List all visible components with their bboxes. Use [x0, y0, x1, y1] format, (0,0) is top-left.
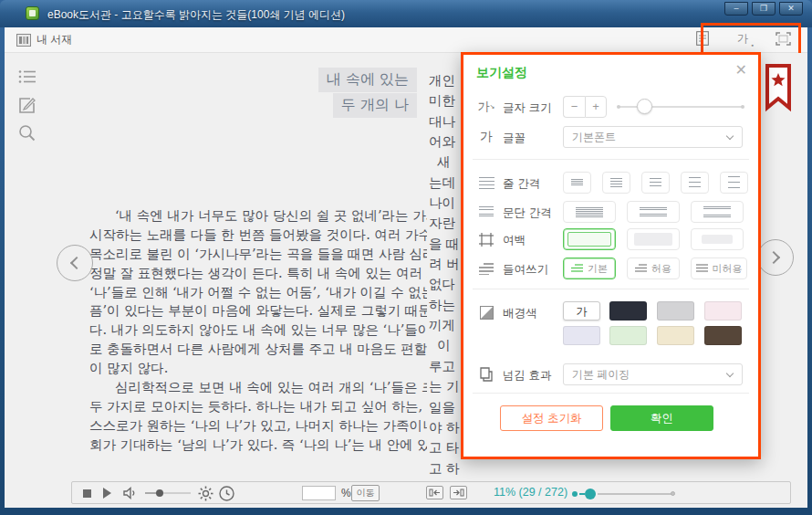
bg-swatch-brown[interactable]: [704, 326, 742, 345]
progress-marker-dot: [572, 491, 578, 497]
volume-slider[interactable]: [145, 492, 191, 494]
page-effect-value: 기본 페이징: [572, 368, 630, 381]
margin-row: 여백: [463, 228, 758, 252]
progress-track[interactable]: [598, 493, 672, 495]
toc-icon[interactable]: [18, 69, 38, 89]
line-spacing-icon: [477, 173, 495, 192]
bg-swatch-white[interactable]: 가: [563, 301, 600, 321]
line-spacing-option-4[interactable]: [681, 172, 709, 194]
my-library-button[interactable]: 내 서재: [16, 32, 72, 47]
volume-icon[interactable]: [123, 487, 138, 503]
bg-swatch-dark[interactable]: [609, 301, 647, 321]
panel-close-icon[interactable]: ✕: [735, 61, 747, 79]
line-spacing-option-5[interactable]: [720, 172, 748, 194]
bg-swatch-green[interactable]: [609, 326, 647, 345]
paragraph-spacing-icon: [477, 203, 495, 221]
page-effect-dropdown[interactable]: 기본 페이징: [563, 363, 743, 385]
margin-label: 여백: [503, 233, 526, 248]
background-color-label: 배경색: [503, 306, 537, 321]
page-effect-row: 넘김 효과 기본 페이징: [463, 363, 758, 387]
margin-option-3[interactable]: [691, 228, 744, 250]
percent-sign: %: [341, 487, 351, 499]
note-icon[interactable]: [18, 97, 38, 117]
slider-start-dot: [617, 105, 620, 109]
font-family-value: 기본폰트: [572, 131, 616, 143]
book-text-line: 스스로가 원하는 ‘나의 나’가 있고, 나머지 하나는 가족이나 사: [89, 416, 427, 436]
window-title: eBook도서관 - 고요할수록 밝아지는 것들(100쇄 기념 에디션): [47, 7, 345, 23]
font-family-label: 글꼴: [503, 131, 526, 146]
panel-title: 보기설정: [476, 65, 527, 81]
book-text-fragment: 고 하: [429, 458, 469, 478]
font-settings-icon[interactable]: 가▪: [734, 30, 751, 47]
margin-option-1-selected[interactable]: [563, 228, 616, 250]
bg-swatch-gray[interactable]: [657, 301, 694, 321]
page-effect-icon: [477, 365, 495, 384]
library-icon: [16, 34, 31, 47]
jump-to-start-button[interactable]: [426, 486, 443, 499]
indent-option-disallow[interactable]: 미허용: [691, 258, 747, 279]
indent-option-allow[interactable]: 허용: [627, 258, 680, 279]
play-button[interactable]: [103, 488, 111, 499]
clock-icon[interactable]: [219, 486, 234, 505]
jump-to-end-button[interactable]: [450, 486, 467, 499]
line-spacing-option-1[interactable]: [563, 172, 591, 194]
minimize-button[interactable]: –: [724, 2, 748, 16]
margin-icon: [477, 230, 495, 248]
book-text-line: 픔’이 있다는 부분이 마음에 와닿는다. 실제로 그렇기 때문이: [89, 301, 427, 321]
confirm-button[interactable]: 확인: [610, 405, 713, 431]
line-spacing-label: 줄 간격: [503, 176, 540, 192]
reset-settings-button[interactable]: 설정 초기화: [500, 405, 603, 431]
page-percent-input[interactable]: [302, 486, 336, 500]
indent-option-default-selected[interactable]: 기본: [563, 258, 616, 279]
margin-option-2[interactable]: [627, 228, 680, 250]
book-text-line: ‘내 속엔 내가 너무도 많아 당신의 쉴 곳 없네’라는 가사로: [89, 206, 427, 226]
bg-swatch-pink[interactable]: [704, 301, 742, 321]
window-controls: – ❐ ✕: [724, 2, 803, 16]
book-text-line: 다. 내가 의도하지 않아도 내 속에 있는 너무 많은 ‘나’들이 서: [89, 321, 427, 340]
book-text-line: 두 가지로 모아지는 듯하다. 하나는 내가 되고 싶어 하는, 자기: [89, 397, 427, 416]
paragraph-spacing-option-3[interactable]: [691, 201, 744, 223]
appbar: 내 서재 가▪: [5, 27, 807, 53]
font-size-minus-button[interactable]: −: [563, 96, 585, 118]
book-text-line: 심리학적으로 보면 내 속에 있는 여러 개의 ‘나’들은 크게: [89, 378, 427, 397]
bookmark-ribbon-icon[interactable]: [765, 64, 792, 117]
goto-button[interactable]: 이동: [351, 485, 380, 501]
line-spacing-option-3[interactable]: [641, 172, 670, 194]
slider-end-dot: [741, 105, 744, 109]
prev-page-button[interactable]: [57, 245, 93, 281]
chevron-down-icon: [726, 370, 734, 377]
font-size-stepper: − +: [563, 96, 607, 118]
progress-knob[interactable]: [585, 489, 596, 499]
settings-gear-icon[interactable]: [198, 486, 213, 505]
bg-swatch-lavender[interactable]: [563, 326, 600, 345]
chevron-right-icon: [767, 251, 780, 264]
book-text-line: 이 많지 않다.: [89, 359, 427, 378]
font-size-slider-knob[interactable]: [637, 99, 652, 114]
book-text-line: 로 충돌하면서 다른 사람에게 상처를 주고 내 마음도 편할 날: [89, 340, 427, 359]
paragraph-spacing-row: 문단 간격: [463, 201, 758, 225]
line-spacing-option-2[interactable]: [602, 172, 630, 194]
font-size-plus-button[interactable]: +: [585, 96, 607, 118]
indent-row: 들여쓰기 기본 허용: [463, 258, 758, 281]
chapter-heading-line1: 내 속에 있는: [318, 68, 417, 92]
fullscreen-icon[interactable]: [775, 30, 791, 47]
paragraph-spacing-option-2[interactable]: [627, 201, 680, 223]
volume-knob[interactable]: [156, 489, 163, 497]
next-page-button[interactable]: [757, 239, 794, 276]
contents-view-icon[interactable]: [694, 30, 711, 47]
view-tools: 가▪: [694, 30, 791, 47]
background-color-icon: [477, 303, 495, 321]
paragraph-spacing-option-1[interactable]: [563, 201, 616, 223]
background-color-row: 배경색 가: [463, 301, 758, 351]
search-icon[interactable]: [18, 124, 38, 144]
bg-swatch-cream[interactable]: [657, 326, 694, 345]
close-button[interactable]: ✕: [779, 2, 803, 16]
paragraph-spacing-label: 문단 간격: [503, 205, 551, 221]
font-family-dropdown[interactable]: 기본폰트: [563, 126, 743, 148]
book-text-line: 시작하는 노래를 다들 한 번쯤 들어봤을 것이다. 여러 가수의: [89, 226, 427, 245]
font-size-slider[interactable]: [619, 106, 743, 108]
divider: [473, 159, 749, 160]
stop-button[interactable]: [83, 489, 91, 498]
maximize-button[interactable]: ❐: [752, 2, 776, 16]
font-family-icon: 가: [477, 128, 495, 146]
